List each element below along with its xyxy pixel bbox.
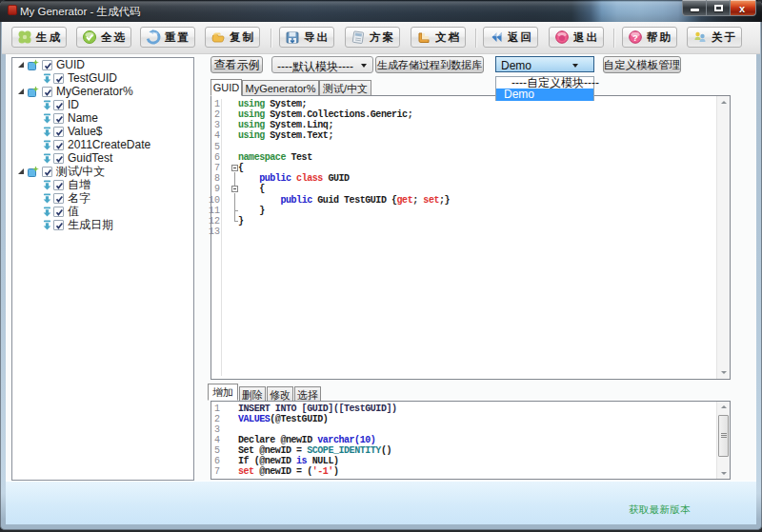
svg-text:?: ? (632, 32, 638, 43)
